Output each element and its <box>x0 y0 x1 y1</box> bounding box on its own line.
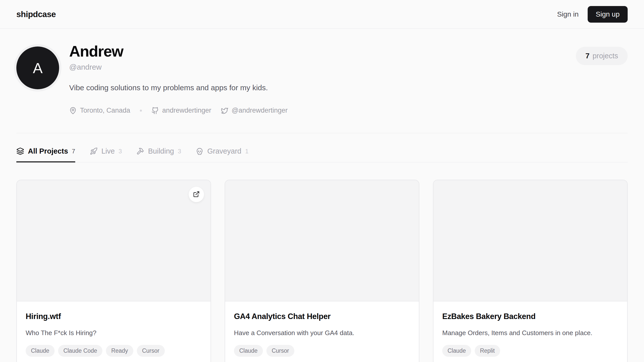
tag-badge: Claude <box>442 345 471 357</box>
tag-badge: Claude Code <box>58 345 102 357</box>
project-tags: Claude Cursor <box>234 345 410 357</box>
project-thumbnail <box>433 180 627 301</box>
github-icon <box>151 107 159 114</box>
project-tabs: All Projects 7 Live 3 Building 3 Graveya… <box>16 147 628 162</box>
location-text: Toronto, Canada <box>80 107 130 114</box>
projects-count: 7 <box>585 52 589 60</box>
avatar: A <box>16 47 59 89</box>
tag-badge: Claude <box>26 345 55 357</box>
projects-count-badge: 7 projects <box>576 47 628 65</box>
project-tags: Claude Replit <box>442 345 618 357</box>
tab-label: Live <box>101 147 115 155</box>
tab-count: 3 <box>118 148 122 155</box>
twitter-item[interactable]: @andrewdertinger <box>221 107 288 114</box>
profile-meta: Toronto, Canada andrewdertinger @andrew <box>69 107 288 114</box>
tab-live[interactable]: Live 3 <box>90 147 122 162</box>
sign-up-button[interactable]: Sign up <box>588 6 628 23</box>
profile-info: Andrew @andrew Vibe coding solutions to … <box>69 43 288 114</box>
project-grid: Hiring.wtf Who The F*ck Is Hiring? Claud… <box>16 180 628 362</box>
sign-in-link[interactable]: Sign in <box>557 10 579 18</box>
site-header: shipdcase Sign in Sign up <box>0 0 644 29</box>
profile-bio: Vibe coding solutions to my problems and… <box>69 83 288 92</box>
tab-graveyard[interactable]: Graveyard 1 <box>196 147 249 162</box>
tag-badge: Replit <box>475 345 500 357</box>
project-description: Manage Orders, Items and Customers in on… <box>442 329 618 337</box>
avatar-initial: A <box>33 60 43 76</box>
header-actions: Sign in Sign up <box>557 6 628 23</box>
project-card-ga4-analytics[interactable]: GA4 Analytics Chat Helper Have a Convers… <box>225 180 419 362</box>
project-description: Who The F*ck Is Hiring? <box>26 329 202 337</box>
projects-count-label: projects <box>592 52 618 60</box>
twitter-handle: @andrewdertinger <box>232 107 288 114</box>
external-link-icon <box>193 191 200 198</box>
location-item: Toronto, Canada <box>69 107 130 114</box>
rocket-icon <box>90 147 98 155</box>
dot-separator <box>140 110 142 112</box>
twitter-icon <box>221 107 228 114</box>
project-title: Hiring.wtf <box>26 312 202 321</box>
project-tags: Claude Claude Code Ready Cursor <box>26 345 202 357</box>
tab-label: Building <box>148 147 174 155</box>
tab-building[interactable]: Building 3 <box>136 147 181 162</box>
project-title: EzBakes Bakery Backend <box>442 312 618 321</box>
profile-section: A Andrew @andrew Vibe coding solutions t… <box>16 29 628 133</box>
main-content: A Andrew @andrew Vibe coding solutions t… <box>16 29 628 362</box>
tag-badge: Cursor <box>266 345 294 357</box>
project-description: Have a Conversation with your GA4 data. <box>234 329 410 337</box>
tab-all-projects[interactable]: All Projects 7 <box>16 147 75 162</box>
project-thumbnail <box>17 180 211 301</box>
github-item[interactable]: andrewdertinger <box>151 107 211 114</box>
map-pin-icon <box>69 107 77 114</box>
tab-count: 1 <box>245 148 248 155</box>
external-link-button[interactable] <box>189 187 204 202</box>
layers-icon <box>16 147 24 155</box>
github-handle: andrewdertinger <box>162 107 211 114</box>
site-logo[interactable]: shipdcase <box>16 10 56 19</box>
tab-count: 7 <box>72 148 75 155</box>
project-title: GA4 Analytics Chat Helper <box>234 312 410 321</box>
tab-label: All Projects <box>28 147 68 155</box>
tag-badge: Claude <box>234 345 263 357</box>
project-card-hiring-wtf[interactable]: Hiring.wtf Who The F*ck Is Hiring? Claud… <box>16 180 211 362</box>
profile-username: @andrew <box>69 63 288 71</box>
tab-count: 3 <box>178 148 181 155</box>
profile-name: Andrew <box>69 43 288 60</box>
project-card-ezbakes[interactable]: EzBakes Bakery Backend Manage Orders, It… <box>433 180 628 362</box>
tag-badge: Cursor <box>137 345 165 357</box>
project-thumbnail <box>225 180 419 301</box>
tag-badge: Ready <box>106 345 133 357</box>
tab-label: Graveyard <box>207 147 241 155</box>
hammer-icon <box>136 147 144 155</box>
skull-icon <box>196 147 204 155</box>
